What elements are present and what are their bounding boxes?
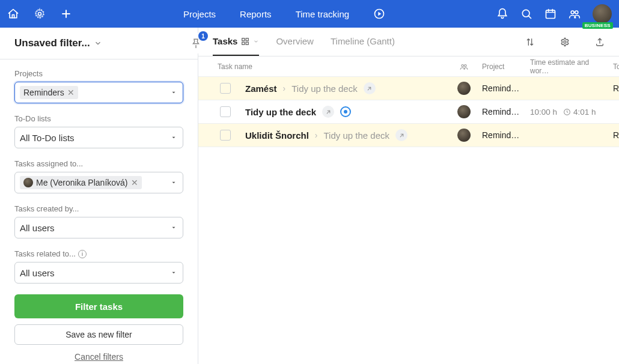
chip-project: Reminders ✕ [20, 86, 78, 99]
project-cell[interactable]: Remind… [477, 130, 525, 140]
tail-cell: R [609, 83, 619, 93]
tail-cell: R [609, 130, 619, 140]
task-checkbox[interactable] [220, 130, 231, 141]
caret-icon [171, 89, 177, 96]
settings-icon[interactable] [560, 37, 570, 47]
sort-icon[interactable] [525, 37, 535, 47]
topbar-left [7, 8, 72, 20]
select-value: All users [20, 223, 55, 233]
export-icon[interactable] [595, 37, 605, 47]
task-name-cell: Tidy up the deck [213, 106, 451, 118]
task-title[interactable]: Tidy up the deck [245, 107, 316, 117]
estimate-cell[interactable]: 10:00 h4:01 h [525, 108, 609, 117]
topbar-right: BUSINESS [496, 4, 612, 23]
nav-time-tracking[interactable]: Time tracking [296, 9, 349, 19]
task-title[interactable]: Zamést [245, 83, 277, 94]
chip-remove-icon[interactable]: ✕ [131, 178, 138, 187]
select-assigned[interactable]: Me (Veronika Planíková) ✕ [14, 172, 183, 193]
chevron-down-icon [253, 38, 259, 44]
task-row[interactable]: Tidy up the deckRemind…10:00 h4:01 h [198, 100, 619, 124]
gear-icon[interactable] [34, 8, 46, 20]
svg-point-0 [38, 13, 41, 16]
label-created: Tasks created by... [14, 204, 183, 213]
open-link-icon[interactable] [322, 106, 334, 118]
tabs-row: Tasks Overview Timeline (Gantt) [198, 28, 619, 56]
record-icon[interactable] [340, 106, 351, 117]
open-link-icon[interactable] [395, 129, 407, 141]
assignee-cell[interactable] [451, 82, 477, 95]
add-icon[interactable] [60, 8, 72, 20]
select-created[interactable]: All users [14, 217, 183, 238]
col-task-name[interactable]: Task name [213, 62, 451, 71]
search-icon[interactable] [520, 8, 532, 20]
select-value: All To-Do lists [20, 133, 75, 143]
project-cell[interactable]: Remind… [477, 83, 525, 93]
nav-reports[interactable]: Reports [240, 9, 272, 19]
svg-rect-9 [242, 42, 245, 44]
field-projects: Projects Reminders ✕ [14, 69, 183, 103]
task-checkbox[interactable] [220, 106, 231, 117]
svg-rect-4 [546, 10, 555, 18]
sidebar: Unsaved filter... 1 Projects Reminders ✕ [0, 28, 198, 364]
assignee-avatar [457, 105, 471, 118]
field-created: Tasks created by... All users [14, 204, 183, 238]
field-related: Tasks related to... i All users [14, 249, 183, 284]
pin-badge: 1 [198, 31, 208, 41]
select-projects[interactable]: Reminders ✕ [14, 82, 183, 103]
col-assignee[interactable] [451, 62, 477, 71]
estimate-value: 10:00 h [530, 108, 557, 117]
tab-timeline[interactable]: Timeline (Gantt) [331, 28, 395, 56]
select-related[interactable]: All users [14, 262, 183, 284]
bell-icon[interactable] [496, 8, 508, 20]
tab-tasks[interactable]: Tasks [213, 28, 259, 56]
filter-header[interactable]: Unsaved filter... 1 [0, 28, 198, 59]
assignee-cell[interactable] [451, 105, 477, 118]
task-row[interactable]: Zamést›Tidy up the deckRemind…R [198, 77, 619, 100]
calendar-icon[interactable] [544, 8, 556, 20]
info-icon[interactable]: i [78, 250, 87, 258]
svg-point-6 [575, 11, 578, 14]
caret-icon [171, 225, 177, 231]
worked-value: 4:01 h [573, 108, 596, 117]
content: Tasks Overview Timeline (Gantt) Task nam… [198, 28, 619, 364]
field-todo: To-Do lists All To-Do lists [14, 114, 183, 148]
people-icon[interactable] [569, 8, 581, 20]
svg-rect-10 [246, 42, 249, 44]
nav-projects[interactable]: Projects [183, 9, 216, 19]
col-estimate[interactable]: Time estimate and wor… [525, 58, 609, 75]
tab-label: Tasks [213, 36, 237, 46]
pin-button[interactable]: 1 [186, 33, 206, 53]
open-link-icon[interactable] [364, 82, 376, 94]
task-name-cell: Uklidit Šnorchl›Tidy up the deck [213, 129, 451, 141]
project-cell[interactable]: Remind… [477, 107, 525, 117]
select-todo[interactable]: All To-Do lists [14, 127, 183, 148]
home-icon[interactable] [7, 8, 19, 20]
topbar: Projects Reports Time tracking BUSINESS [0, 0, 619, 28]
label-projects: Projects [14, 69, 183, 78]
task-row[interactable]: Uklidit Šnorchl›Tidy up the deckRemind…R [198, 124, 619, 147]
filter-tasks-button[interactable]: Filter tasks [14, 294, 183, 318]
main: Unsaved filter... 1 Projects Reminders ✕ [0, 28, 619, 364]
task-checkbox[interactable] [220, 83, 231, 94]
chip-label: Reminders [23, 88, 64, 97]
play-icon[interactable] [373, 8, 385, 20]
tab-overview[interactable]: Overview [276, 28, 314, 56]
col-project[interactable]: Project [477, 62, 525, 71]
grid-view-icon[interactable] [241, 37, 249, 46]
chip-remove-icon[interactable]: ✕ [67, 88, 75, 97]
task-title[interactable]: Uklidit Šnorchl [245, 130, 309, 141]
rows-container: Zamést›Tidy up the deckRemind…RTidy up t… [198, 77, 619, 147]
avatar[interactable] [593, 4, 612, 23]
col-tail: To [609, 62, 619, 71]
save-filter-button[interactable]: Save as new filter [14, 324, 183, 345]
svg-point-5 [571, 11, 574, 14]
cancel-filters-link[interactable]: Cancel filters [14, 352, 183, 362]
crumb-separator-icon: › [315, 130, 318, 140]
field-assigned: Tasks assigned to... Me (Veronika Planík… [14, 159, 183, 193]
assignee-cell[interactable] [451, 129, 477, 142]
chevron-down-icon [94, 39, 102, 47]
crumb-separator-icon: › [283, 83, 286, 93]
parent-task-name[interactable]: Tidy up the deck [291, 83, 358, 94]
label-todo: To-Do lists [14, 114, 183, 123]
parent-task-name[interactable]: Tidy up the deck [324, 130, 390, 141]
